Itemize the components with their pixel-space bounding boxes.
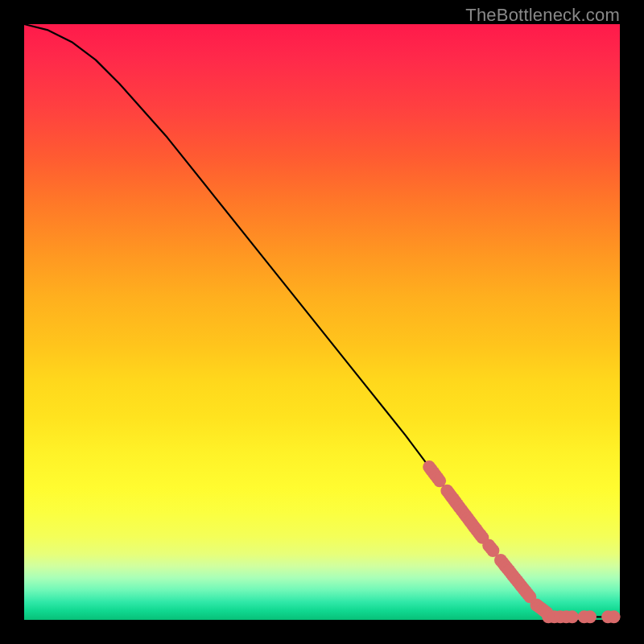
bottom-markers [542,610,620,623]
chart-overlay [24,24,620,620]
bottleneck-curve [24,24,620,617]
bottom-marker [608,610,621,623]
watermark-label: TheBottleneck.com [465,5,620,26]
bottom-marker [584,610,597,623]
plot-area [24,24,620,620]
chart-frame: TheBottleneck.com [0,0,644,644]
bottom-marker [566,610,579,623]
curve-markers [423,460,553,619]
